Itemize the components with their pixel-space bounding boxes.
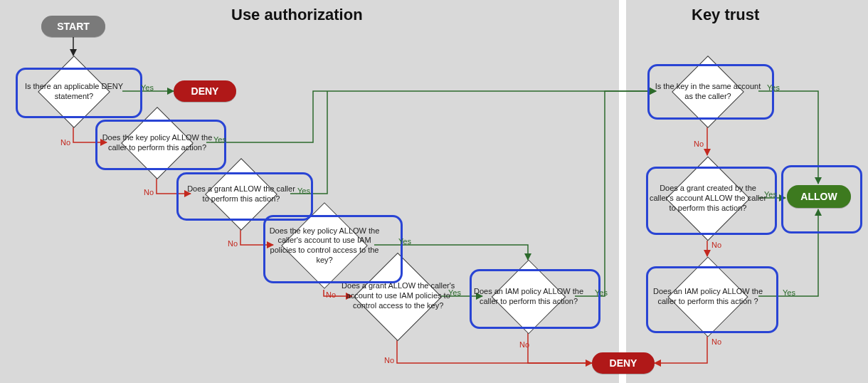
label-d4-yes: Yes [398, 237, 411, 246]
label-d5-yes: Yes [448, 288, 461, 297]
label-k2-yes: Yes [764, 190, 777, 199]
label-d2-yes: Yes [213, 135, 226, 144]
highlight-d4 [263, 215, 403, 283]
label-d3-yes: Yes [297, 187, 310, 195]
highlight-k2 [646, 167, 777, 235]
label-k1-no: No [694, 140, 704, 148]
section-title-use-authorization: Use authorization [231, 6, 363, 24]
section-divider [619, 0, 626, 383]
label-d2-no: No [144, 188, 154, 196]
start-node: START [41, 16, 105, 37]
label-d1-yes: Yes [141, 83, 154, 92]
label-k3-no: No [711, 337, 721, 346]
highlight-allow [781, 165, 862, 234]
highlight-d2 [95, 120, 226, 170]
deny-node-top: DENY [174, 80, 236, 102]
decision-d5-text: Does a grant ALLOW the caller's account … [338, 282, 459, 311]
label-d6-yes: Yes [595, 288, 608, 297]
deny-node-bottom: DENY [592, 352, 655, 374]
label-k3-yes: Yes [783, 288, 795, 297]
deny-label-top: DENY [191, 85, 219, 97]
label-k2-no: No [711, 241, 721, 249]
start-label: START [57, 21, 90, 32]
label-k1-yes: Yes [767, 83, 780, 92]
label-d5-no: No [384, 356, 394, 364]
label-d1-no: No [60, 138, 70, 147]
deny-label-bottom: DENY [610, 357, 637, 369]
section-title-key-trust: Key trust [692, 6, 759, 24]
highlight-d1 [16, 68, 142, 118]
highlight-k1 [647, 64, 774, 120]
highlight-d3 [176, 172, 313, 221]
label-d6-no: No [519, 340, 529, 349]
label-d4-no: No [326, 290, 336, 299]
flowchart-canvas: Use authorization Key trust START DENY D… [0, 0, 868, 383]
highlight-k3 [646, 266, 778, 333]
highlight-d6 [470, 269, 600, 329]
label-d3-no: No [228, 239, 238, 248]
